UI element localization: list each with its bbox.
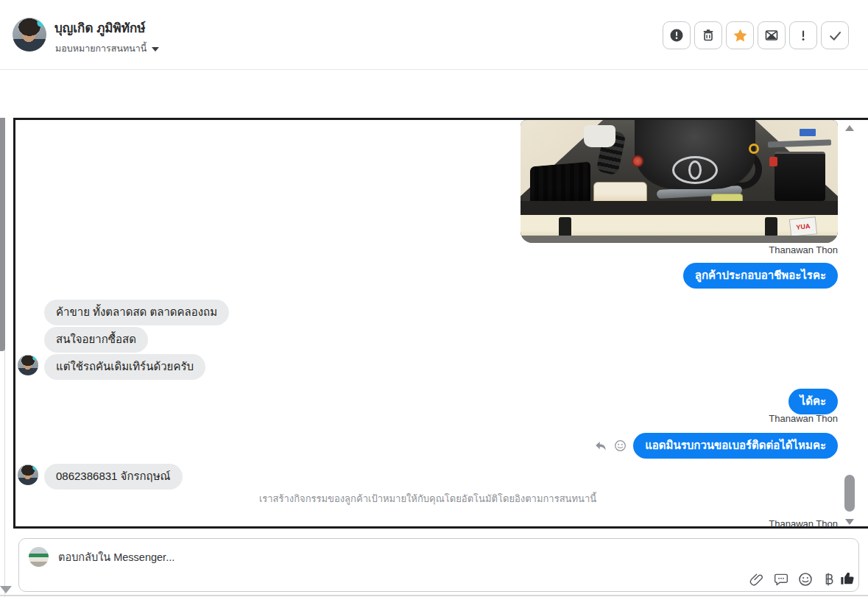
mark-done-button[interactable] [821,21,849,49]
assign-conversation-dropdown[interactable]: มอบหมายการสนทนานี้ [55,42,159,56]
message-bubble-outgoing: ได้คะ [788,389,838,414]
sender-name-label: Thanawan Thon [769,244,838,257]
report-spam-button[interactable] [663,21,691,49]
payment-button[interactable] [820,570,838,588]
photo-detail [769,157,777,166]
engine-bay-photo[interactable]: YUA [521,120,838,243]
mark-unread-button[interactable] [758,21,786,49]
conversation-header: บุญเกิด ภูมิพิทักษ์ มอบหมายการสนทนานี้ [0,0,868,70]
message-bubble-outgoing: ลูกค้าประกอบอาชีพอะไรคะ [683,263,838,289]
reply-composer: ตอบกลับใน Messenger... [18,538,859,592]
chat-scroll-down-icon[interactable] [845,519,854,525]
message-bubble-incoming: ค้าขาย ทั้งตลาดสด ตลาดคลองถม [44,300,229,325]
page-scrollbar-thumb[interactable] [0,112,5,351]
chevron-down-icon [152,47,159,52]
assign-label: มอบหมายการสนทนานี้ [55,42,147,56]
paperclip-icon [749,572,764,587]
page-avatar [29,547,49,567]
contact-name: บุญเกิด ภูมิพิทักษ์ [54,20,145,38]
toyota-emblem [672,156,718,184]
photo-detail [749,144,759,154]
report-alert-icon [669,28,684,43]
exclamation-icon [796,28,811,43]
mail-unread-icon [764,28,779,43]
page-scrollbar-down-icon[interactable] [0,586,12,593]
emoji-react-icon[interactable] [614,439,627,452]
message-bubble-incoming: สนใจอยากซื้อสด [44,327,148,353]
smiley-icon [798,572,813,587]
reply-input[interactable]: ตอบกลับใน Messenger... [58,550,174,565]
thumbs-up-icon [839,570,856,587]
chat-scrollbar-thumb[interactable] [844,475,855,512]
contact-avatar-small [18,464,38,485]
contact-avatar-small [18,355,38,375]
like-button[interactable] [839,569,856,587]
chat-message-area: YUA Thanawan Thon ลูกค้าประกอบอาชีพอะไรค… [13,118,868,529]
message-row-with-actions: แอดมินรบกวนขอเบอร์ติดต่อได้ไหมคะ [593,433,838,459]
reply-icon[interactable] [593,439,607,453]
contact-avatar [13,18,46,52]
flag-important-button[interactable] [789,21,817,49]
photo-detail [584,125,615,147]
delete-button[interactable] [694,21,722,49]
photo-detail [800,129,816,136]
attach-file-button[interactable] [748,570,766,588]
photo-detail [635,120,755,189]
trash-icon [701,28,716,43]
photo-detail [775,152,825,201]
emoji-button[interactable] [797,570,814,588]
photo-detail [521,236,838,243]
star-icon [733,28,748,43]
ad-reply-banner: แชทนี้มีข้อความตอบกลับต่อโฆษณาของคุณ รถก… [0,70,868,118]
message-bubble-incoming: 0862386831 จักรกฤษณ์ [44,464,183,490]
page-bottom-border [0,595,868,596]
check-icon [828,28,843,43]
message-bubble-outgoing: แอดมินรบกวนขอเบอร์ติดต่อได้ไหมคะ [633,433,838,459]
sender-name-label: Thanawan Thon [769,518,838,531]
favorite-button[interactable] [726,21,754,49]
saved-replies-button[interactable] [772,570,790,588]
baht-icon [822,572,836,587]
battery-brand-label: YUA [789,216,817,237]
photo-detail [521,201,838,214]
system-note: เราสร้างกิจกรรมของลูกค้าเป้าหมายให้กับคุ… [15,492,840,506]
message-bubble-incoming: แต่ใช้รถคันเดิมเทิร์นด้วยครับ [44,354,205,380]
chat-scroll-up-icon[interactable] [845,125,854,131]
chat-bubble-dots-icon [774,572,788,587]
sender-name-label: Thanawan Thon [769,413,838,425]
